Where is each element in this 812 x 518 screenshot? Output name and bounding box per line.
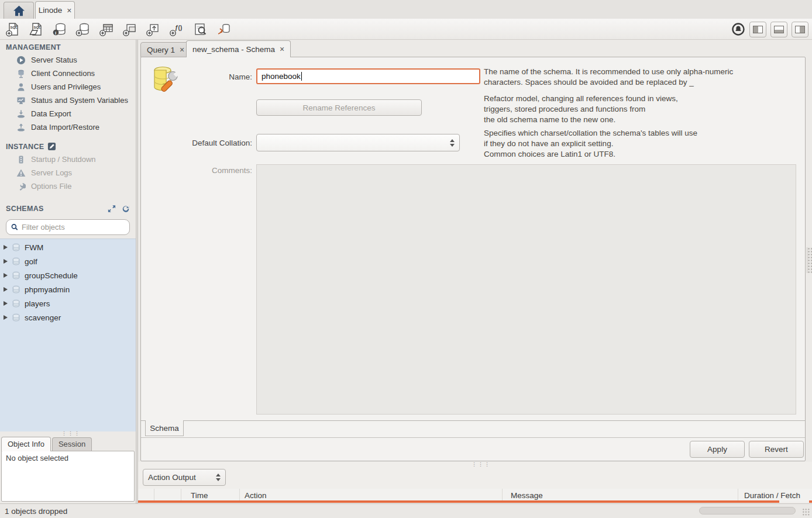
schema-name-value: phonebook bbox=[262, 72, 301, 81]
create-procedure-icon[interactable] bbox=[145, 21, 161, 37]
schema-icon bbox=[12, 243, 20, 252]
schema-inspector-icon[interactable]: i bbox=[51, 21, 68, 37]
sidebar-item-label: Data Import/Restore bbox=[31, 123, 99, 132]
close-icon[interactable]: × bbox=[178, 46, 184, 54]
sidebar-item-client-connections[interactable]: Client Connections bbox=[0, 67, 136, 80]
col-time: Time bbox=[181, 489, 240, 502]
expander-icon[interactable] bbox=[4, 315, 8, 320]
edit-instance-icon[interactable] bbox=[47, 142, 56, 151]
reconnect-db-icon[interactable] bbox=[215, 21, 232, 37]
play-circle-icon bbox=[16, 56, 26, 65]
schema-row-phpmyadmin[interactable]: phpmyadmin bbox=[0, 282, 136, 296]
horizontal-scrollbar-thumb[interactable] bbox=[699, 507, 796, 514]
sidebar-item-label: Status and System Variables bbox=[31, 96, 128, 105]
expander-icon[interactable] bbox=[4, 259, 8, 264]
expand-icon[interactable] bbox=[108, 205, 116, 213]
schema-label: golf bbox=[25, 257, 37, 266]
rename-references-button[interactable]: Rename References bbox=[256, 99, 422, 116]
schema-filter bbox=[6, 219, 130, 235]
tab-object-info[interactable]: Object Info bbox=[1, 437, 51, 451]
tab-new-schema[interactable]: new_schema - Schema × bbox=[186, 40, 291, 57]
object-info-tabs: Object Info Session bbox=[0, 436, 136, 451]
svg-text:i: i bbox=[55, 30, 56, 35]
refresh-icon[interactable] bbox=[122, 205, 130, 213]
tab-schema-bottom[interactable]: Schema bbox=[145, 420, 184, 436]
home-tab[interactable] bbox=[4, 2, 34, 19]
output-splitter-grip[interactable]: ⋮⋮⋮ bbox=[472, 461, 491, 467]
action-output-select[interactable]: Action Output bbox=[143, 469, 226, 486]
sidebar-item-data-import[interactable]: Data Import/Restore bbox=[0, 120, 136, 134]
schema-row-scavenger[interactable]: scavenger bbox=[0, 310, 136, 324]
schema-row-groupSchedule[interactable]: groupSchedule bbox=[0, 268, 136, 282]
tab-session[interactable]: Session bbox=[52, 437, 92, 451]
schema-icon bbox=[12, 257, 20, 266]
notifications-icon[interactable] bbox=[731, 22, 745, 36]
import-icon bbox=[16, 123, 26, 132]
connections-icon bbox=[16, 69, 26, 78]
wrench-icon bbox=[16, 182, 26, 191]
expander-icon[interactable] bbox=[4, 245, 8, 250]
schemas-section-title: SCHEMAS bbox=[0, 201, 136, 215]
collation-dropdown[interactable] bbox=[256, 134, 460, 151]
comments-label: Comments: bbox=[141, 166, 252, 175]
search-data-icon[interactable] bbox=[192, 21, 208, 37]
tab-query-1[interactable]: Query 1 × bbox=[140, 42, 191, 57]
output-area: ⋮⋮⋮ Action Output Time Action Message Du… bbox=[138, 462, 812, 503]
schema-name-input[interactable]: phonebook bbox=[256, 68, 480, 84]
connection-tab-label: Linode bbox=[39, 6, 63, 15]
footer-divider bbox=[141, 437, 805, 438]
comments-textarea[interactable] bbox=[256, 164, 796, 415]
apply-button[interactable]: Apply bbox=[690, 441, 745, 458]
sidebar-item-status-variables[interactable]: Status and System Variables bbox=[0, 94, 136, 107]
action-output-label: Action Output bbox=[148, 473, 196, 482]
create-schema-icon[interactable] bbox=[75, 21, 91, 37]
sidebar-item-users-privileges[interactable]: Users and Privileges bbox=[0, 80, 136, 94]
instance-section-title: INSTANCE bbox=[0, 134, 136, 153]
sidebar-item-server-status[interactable]: Server Status bbox=[0, 53, 136, 67]
output-header-row: Time Action Message Duration / Fetch bbox=[138, 489, 812, 502]
schema-row-FWM[interactable]: FWM bbox=[0, 240, 136, 254]
schema-label: FWM bbox=[25, 243, 43, 252]
output-accent-line-right bbox=[809, 500, 812, 503]
sidebar-splitter[interactable]: ⋮⋮⋮ bbox=[0, 431, 136, 436]
new-sql-tab-icon[interactable]: SQL bbox=[5, 21, 21, 37]
toggle-bottom-panel-icon[interactable] bbox=[770, 22, 787, 37]
resize-grip[interactable] bbox=[802, 508, 810, 516]
expander-icon[interactable] bbox=[4, 301, 8, 306]
sidebar-item-data-export[interactable]: Data Export bbox=[0, 107, 136, 120]
schema-label: phpmyadmin bbox=[25, 285, 70, 294]
sidebar-item-startup-shutdown[interactable]: Startup / Shutdown bbox=[0, 153, 136, 166]
output-accent-line bbox=[138, 500, 779, 503]
connection-tab[interactable]: Linode × bbox=[35, 1, 75, 19]
toggle-left-panel-icon[interactable] bbox=[749, 22, 766, 37]
splitter-grip: ⋮⋮⋮ bbox=[61, 433, 81, 434]
create-table-icon[interactable] bbox=[98, 21, 115, 37]
schema-row-players[interactable]: players bbox=[0, 296, 136, 310]
schema-row-golf[interactable]: golf bbox=[0, 254, 136, 268]
management-section-title: MANAGEMENT bbox=[0, 40, 136, 53]
revert-button[interactable]: Revert bbox=[749, 441, 804, 458]
create-view-icon[interactable] bbox=[122, 21, 138, 37]
svg-text:SQL: SQL bbox=[34, 25, 42, 29]
window-edge-grip[interactable] bbox=[807, 247, 812, 273]
schema-filter-input[interactable] bbox=[22, 223, 125, 232]
create-function-icon[interactable]: ƒ() bbox=[168, 21, 185, 37]
status-text: 1 objects dropped bbox=[5, 507, 67, 516]
expander-icon[interactable] bbox=[4, 273, 8, 278]
server-icon bbox=[16, 155, 26, 164]
sidebar-item-label: Options File bbox=[31, 182, 71, 191]
close-icon[interactable]: × bbox=[66, 6, 71, 15]
sidebar-item-server-logs[interactable]: Server Logs bbox=[0, 166, 136, 179]
open-sql-script-icon[interactable]: SQL bbox=[28, 21, 44, 37]
object-info-panel: No object selected bbox=[1, 451, 135, 502]
schema-label: groupSchedule bbox=[25, 271, 78, 280]
editor-tab-bar: Query 1 × new_schema - Schema × bbox=[138, 40, 812, 57]
toggle-right-panel-icon[interactable] bbox=[792, 22, 808, 37]
refactor-help-text: Refactor model, changing all references … bbox=[484, 94, 803, 125]
collation-help-text: Specifies which charset/collation the sc… bbox=[484, 128, 803, 159]
close-icon[interactable]: × bbox=[278, 45, 284, 53]
sidebar-main-splitter[interactable] bbox=[136, 40, 138, 503]
expander-icon[interactable] bbox=[4, 287, 8, 292]
sidebar-item-options-file[interactable]: Options File bbox=[0, 179, 136, 193]
warning-icon bbox=[16, 168, 26, 178]
